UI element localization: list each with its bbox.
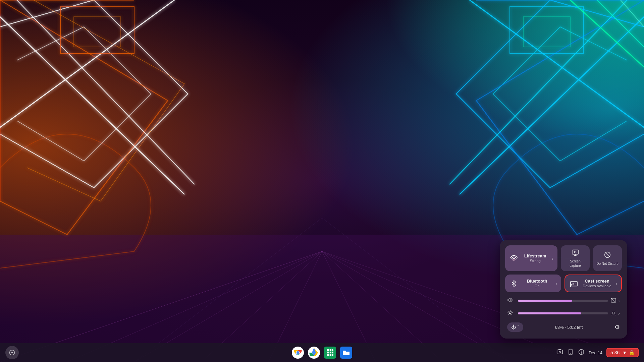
bluetooth-icon <box>509 279 519 288</box>
bluetooth-sub: On <box>521 284 553 288</box>
lock-taskbar-icon: 🔒 <box>629 350 635 355</box>
volume-extra: › <box>611 298 620 304</box>
svg-line-33 <box>322 218 510 362</box>
taskbar-center <box>291 346 353 359</box>
battery-status: 68% · 5:02 left <box>555 325 583 330</box>
dnd-icon <box>604 251 611 260</box>
power-chevron: ˅ <box>517 325 519 329</box>
svg-rect-80 <box>558 349 561 350</box>
svg-line-48 <box>611 298 616 302</box>
cast-icon <box>569 279 579 288</box>
svg-line-55 <box>512 314 512 315</box>
svg-line-56 <box>512 311 512 312</box>
bluetooth-tile[interactable]: Bluetooth On › <box>505 275 561 292</box>
svg-rect-73 <box>327 349 333 356</box>
date-display[interactable]: Dec 14 <box>589 350 602 355</box>
svg-rect-21 <box>74 17 121 47</box>
phone-taskbar-icon[interactable] <box>567 349 574 357</box>
screen-capture-label: Screen capture <box>564 259 586 268</box>
time-display[interactable]: 5:36 ▼ 🔒 <box>606 348 639 357</box>
brightness-icon <box>507 310 515 317</box>
volume-slider-fill <box>518 300 572 302</box>
drive-app-icon[interactable] <box>307 346 321 359</box>
svg-line-24 <box>449 0 627 184</box>
volume-mute-icon[interactable] <box>611 298 616 304</box>
svg-rect-37 <box>515 258 515 260</box>
auto-brightness-icon[interactable] <box>611 310 616 317</box>
svg-line-19 <box>0 0 174 127</box>
brightness-expand-icon[interactable]: › <box>618 311 620 316</box>
svg-line-17 <box>0 17 184 194</box>
sheets-app-icon[interactable] <box>323 346 337 359</box>
taskbar-left <box>5 346 19 359</box>
svg-rect-36 <box>514 259 514 261</box>
svg-marker-46 <box>508 298 510 302</box>
taskbar: Dec 14 5:36 ▼ 🔒 <box>0 343 644 362</box>
screen-capture-tile[interactable]: Screen capture <box>561 245 590 271</box>
volume-expand-icon[interactable]: › <box>618 298 620 303</box>
svg-line-29 <box>597 0 644 47</box>
screen-capture-icon <box>572 249 579 258</box>
do-not-disturb-tile[interactable]: Do Not Disturb <box>593 245 622 271</box>
svg-point-83 <box>570 353 571 354</box>
cast-screen-label: Cast screen <box>581 279 613 284</box>
brightness-slider-track[interactable] <box>518 312 608 314</box>
lifestream-arrow: › <box>552 256 553 261</box>
svg-line-25 <box>470 0 644 127</box>
cast-screen-arrow: › <box>615 281 617 286</box>
svg-line-23 <box>460 17 644 194</box>
qs-row-2: Bluetooth On › Cast screen Devices avail… <box>505 275 622 292</box>
svg-point-41 <box>574 251 576 253</box>
bluetooth-arrow: › <box>555 281 557 286</box>
svg-point-49 <box>509 312 511 314</box>
launcher-button[interactable] <box>5 346 19 359</box>
volume-row: › <box>505 296 622 306</box>
cast-screen-tile[interactable]: Cast screen Devices available › <box>565 275 622 292</box>
bluetooth-label: Bluetooth <box>521 279 553 284</box>
lifestream-sub: Strong <box>521 259 549 263</box>
svg-rect-38 <box>572 250 578 254</box>
svg-line-28 <box>570 0 644 67</box>
power-button[interactable]: ⏻ ˅ <box>507 322 523 332</box>
taskbar-right: Dec 14 5:36 ▼ 🔒 <box>556 348 639 357</box>
volume-icon <box>507 297 515 304</box>
time-text: 5:36 <box>610 350 620 355</box>
svg-point-66 <box>297 351 299 354</box>
svg-line-18 <box>17 0 195 184</box>
settings-icon[interactable]: ⚙ <box>614 323 620 331</box>
svg-point-87 <box>581 350 582 351</box>
brightness-slider-fill <box>518 312 581 314</box>
cast-screen-sub: Devices available <box>581 284 613 288</box>
lifestream-text: Lifestream Strong <box>521 253 549 263</box>
lifestream-tile[interactable]: Lifestream Strong › <box>505 245 557 271</box>
power-icon: ⏻ <box>511 324 516 330</box>
svg-rect-20 <box>60 7 134 54</box>
qs-row-1: Lifestream Strong › Screen capture <box>505 245 622 271</box>
bluetooth-text: Bluetooth On <box>521 279 553 288</box>
svg-line-30 <box>621 0 644 27</box>
svg-line-31 <box>134 218 322 362</box>
svg-point-81 <box>559 351 560 353</box>
quick-settings-panel: Lifestream Strong › Screen capture <box>500 240 627 339</box>
svg-rect-27 <box>523 17 570 47</box>
svg-line-57 <box>508 314 509 315</box>
svg-rect-26 <box>510 7 584 54</box>
cast-screen-text: Cast screen Devices available <box>581 279 613 288</box>
svg-point-62 <box>11 352 13 354</box>
wifi-icon <box>509 254 519 263</box>
chrome-app-icon[interactable] <box>291 346 305 359</box>
brightness-row: › <box>505 308 622 318</box>
screenshot-taskbar-icon[interactable] <box>556 349 563 357</box>
brightness-extra: › <box>611 310 620 317</box>
dnd-label: Do Not Disturb <box>596 261 619 266</box>
svg-line-54 <box>508 311 509 312</box>
svg-rect-35 <box>513 259 513 260</box>
lifestream-label: Lifestream <box>521 253 549 259</box>
svg-rect-79 <box>557 350 563 354</box>
volume-slider-track[interactable] <box>518 300 608 302</box>
svg-line-43 <box>605 252 610 257</box>
files-app-icon[interactable] <box>339 346 353 359</box>
info-taskbar-icon[interactable] <box>578 349 585 357</box>
qs-bottom-row: ⏻ ˅ 68% · 5:02 left ⚙ <box>505 321 622 333</box>
wifi-signal-icon: ▼ <box>622 350 627 355</box>
